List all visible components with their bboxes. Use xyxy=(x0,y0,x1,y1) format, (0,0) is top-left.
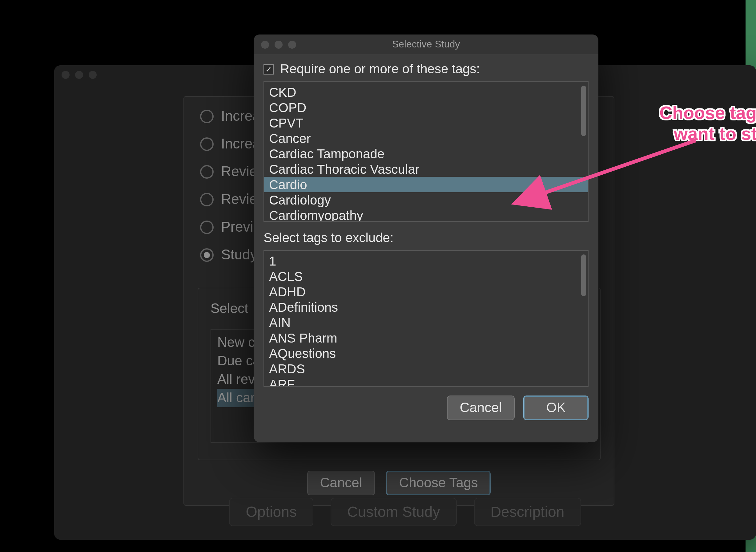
exclude-tag-item[interactable]: AQuestions xyxy=(269,346,583,361)
annotation-arrow xyxy=(505,136,708,210)
exclude-tag-item[interactable]: AIN xyxy=(269,315,583,330)
exclude-tag-item[interactable]: ADHD xyxy=(269,284,583,299)
svg-line-0 xyxy=(536,140,696,196)
require-tags-label: Require one or more of these tags: xyxy=(280,61,480,77)
include-scrollbar-thumb[interactable] xyxy=(581,86,586,136)
exclude-tag-item[interactable]: ARDS xyxy=(269,361,583,377)
exclude-tags-label: Select tags to exclude: xyxy=(263,231,589,245)
selective-study-dialog: Selective Study ✓ Require one or more of… xyxy=(254,34,598,442)
dialog-titlebar: Selective Study xyxy=(254,34,598,54)
include-tag-item[interactable]: COPD xyxy=(269,100,583,115)
exclude-tags-listbox[interactable]: 1ACLSADHDADefinitionsAINANS PharmAQuesti… xyxy=(263,250,589,387)
exclude-tag-item[interactable]: ACLS xyxy=(269,269,583,284)
require-tags-checkbox[interactable]: ✓ xyxy=(263,64,274,74)
exclude-tag-item[interactable]: ARF xyxy=(269,377,583,387)
exclude-tag-item[interactable]: ADefinitions xyxy=(269,299,583,315)
dialog-cancel-button[interactable]: Cancel xyxy=(447,396,515,420)
exclude-scrollbar-thumb[interactable] xyxy=(581,254,586,296)
include-tag-item[interactable]: Cardiomyopathy xyxy=(269,208,583,222)
dialog-ok-button[interactable]: OK xyxy=(523,396,589,420)
dialog-title: Selective Study xyxy=(254,39,598,50)
exclude-tag-item[interactable]: ANS Pharm xyxy=(269,330,583,346)
exclude-tag-item[interactable]: 1 xyxy=(269,253,583,269)
include-tag-item[interactable]: CKD xyxy=(269,85,583,100)
include-tag-item[interactable]: CPVT xyxy=(269,115,583,131)
